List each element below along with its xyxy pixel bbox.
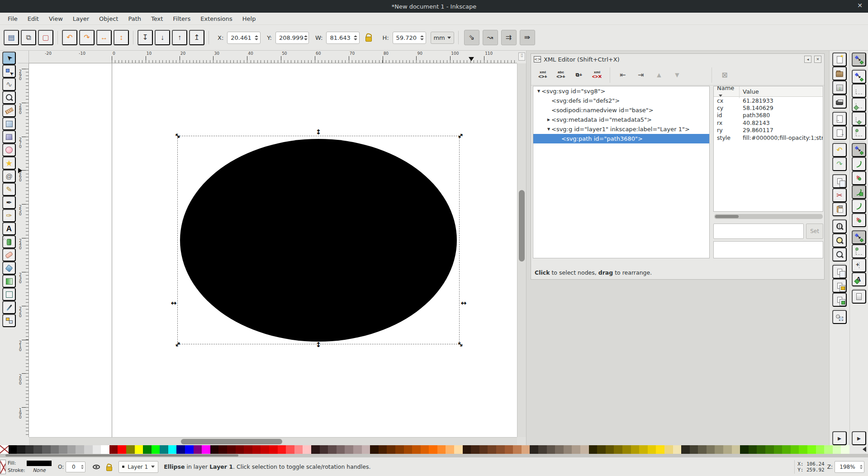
attributes-table-header[interactable]: Name Value <box>714 86 823 97</box>
dimension-lock-icon[interactable] <box>365 33 372 42</box>
color-swatch[interactable] <box>421 445 429 454</box>
ellipse-tool[interactable] <box>2 143 16 157</box>
fill-color-swatch[interactable] <box>27 461 52 466</box>
color-swatch[interactable] <box>437 445 446 454</box>
color-swatch[interactable] <box>109 445 118 454</box>
h-field[interactable]: 59.720 <box>393 32 426 44</box>
snap-path-intersections[interactable] <box>852 171 866 185</box>
attr-name-column-header[interactable]: Name <box>714 86 740 98</box>
color-swatch[interactable] <box>648 445 656 454</box>
color-swatch[interactable] <box>210 445 219 454</box>
rectangle-tool[interactable] <box>2 117 16 130</box>
w-field-value[interactable]: 81.643 <box>327 34 352 41</box>
redo[interactable]: ↷ <box>832 157 847 171</box>
snap-text-baselines[interactable] <box>852 272 866 286</box>
color-swatch[interactable] <box>698 445 707 454</box>
attribute-row[interactable]: cy58.140629 <box>714 104 823 111</box>
color-swatch[interactable] <box>572 445 580 454</box>
raise-to-top-button[interactable]: ↥ <box>189 30 204 45</box>
zoom-value[interactable]: 198% <box>835 464 860 470</box>
color-swatch[interactable] <box>757 445 765 454</box>
bucket-fill-tool[interactable] <box>2 262 16 275</box>
cut[interactable]: ✂ <box>832 188 847 202</box>
color-swatch[interactable] <box>168 445 177 454</box>
menu-extensions[interactable]: Extensions <box>195 14 237 24</box>
layer-selector-dropdown[interactable]: Layer 1 <box>119 461 158 473</box>
color-swatch[interactable] <box>479 445 488 454</box>
tweak-tool[interactable]: ∿ <box>2 78 16 91</box>
color-swatch[interactable] <box>580 445 589 454</box>
spin-down-icon[interactable] <box>354 38 357 40</box>
vertical-ruler[interactable]: 290280270260250240230220210200190 <box>18 63 29 437</box>
enable-snapping[interactable] <box>852 52 866 67</box>
color-swatch[interactable] <box>732 445 740 454</box>
y-field-value[interactable]: 208.999 <box>276 34 304 41</box>
menu-edit[interactable]: Edit <box>23 14 44 24</box>
color-swatch[interactable] <box>522 445 530 454</box>
menu-layer[interactable]: Layer <box>68 14 94 24</box>
selection-handle-w[interactable]: ↔ <box>170 299 178 307</box>
w-field-spin-arrows[interactable] <box>352 32 359 43</box>
menu-file[interactable]: File <box>3 14 23 24</box>
color-swatch[interactable] <box>833 445 841 454</box>
spin-down-icon[interactable] <box>420 38 424 40</box>
palette-scroll-thumb[interactable] <box>5 454 238 457</box>
menu-help[interactable]: Help <box>237 14 261 24</box>
xml-node-tree[interactable]: ▼<svg:svg id="svg8"><svg:defs id="defs2"… <box>533 86 710 258</box>
canvas[interactable]: ↔↕↔↔↔↔↕↔ <box>29 63 517 437</box>
color-swatch[interactable] <box>816 445 825 454</box>
snap-bounding-boxes[interactable] <box>852 70 866 84</box>
color-swatch[interactable] <box>547 445 555 454</box>
snap-bbox-centers[interactable] <box>852 126 866 140</box>
scale-stroke-toggle[interactable]: ⇘ <box>464 30 479 45</box>
y-field-spin-arrows[interactable] <box>304 32 308 43</box>
star-tool[interactable]: ★ <box>2 157 16 170</box>
spin-down-icon[interactable] <box>304 38 308 40</box>
y-field[interactable]: 208.999 <box>275 32 309 44</box>
attribute-row[interactable]: stylefill:#000000;fill-opacity:1;stro <box>714 134 823 141</box>
color-swatch[interactable] <box>807 445 816 454</box>
attr-value-column-header[interactable]: Value <box>740 88 759 95</box>
spray-tool[interactable] <box>2 235 16 248</box>
window-close-button[interactable]: ✕ <box>855 2 864 9</box>
attribute-row[interactable]: cx61.281933 <box>714 97 823 104</box>
color-swatch[interactable] <box>370 445 379 454</box>
color-swatch[interactable] <box>715 445 723 454</box>
snap-cusp-nodes[interactable] <box>852 185 866 199</box>
color-swatch[interactable] <box>639 445 648 454</box>
unindent-node-button[interactable]: ⇤ <box>615 67 631 83</box>
color-swatch[interactable] <box>791 445 799 454</box>
color-swatch[interactable] <box>723 445 732 454</box>
snap-smooth-nodes[interactable] <box>852 199 866 213</box>
hscroll-thumb[interactable] <box>181 439 282 444</box>
new-element-node-button[interactable]: xml<>+ <box>535 67 551 83</box>
pencil-tool[interactable]: ✎ <box>2 183 16 196</box>
opacity-spinbox[interactable]: 0 <box>66 462 85 472</box>
spin-up-icon[interactable] <box>304 35 308 37</box>
palette-scrollbar[interactable] <box>0 454 868 457</box>
layer-visibility-eye-icon[interactable] <box>93 465 100 469</box>
color-swatch[interactable] <box>446 445 454 454</box>
color-swatch[interactable] <box>152 445 160 454</box>
unlink-clone[interactable] <box>832 293 847 307</box>
lower-to-bottom-button[interactable]: ↧ <box>138 30 153 45</box>
xml-tree-node[interactable]: <svg:defs id="defs2"> <box>533 96 709 105</box>
color-swatch[interactable] <box>51 445 59 454</box>
color-swatch[interactable] <box>118 445 126 454</box>
deselect-button[interactable]: ▢ <box>38 30 53 45</box>
no-color-swatch[interactable] <box>0 445 9 454</box>
dropper-tool[interactable] <box>2 301 16 314</box>
measure-tool[interactable] <box>2 104 16 117</box>
group-objects[interactable] <box>832 310 847 324</box>
color-swatch[interactable] <box>33 445 42 454</box>
snap-other-points[interactable] <box>852 230 866 244</box>
new-text-node-button[interactable]: abc<>+ <box>553 67 569 83</box>
h-field-spin-arrows[interactable] <box>418 32 426 43</box>
rotate-ccw-button[interactable]: ↶ <box>62 30 77 45</box>
color-swatch[interactable] <box>505 445 513 454</box>
box3d-tool[interactable] <box>2 130 16 143</box>
h-field-value[interactable]: 59.720 <box>393 34 418 41</box>
create-clone[interactable] <box>832 279 847 293</box>
selection-handle-s[interactable]: ↕ <box>314 341 323 349</box>
color-swatch[interactable] <box>404 445 413 454</box>
